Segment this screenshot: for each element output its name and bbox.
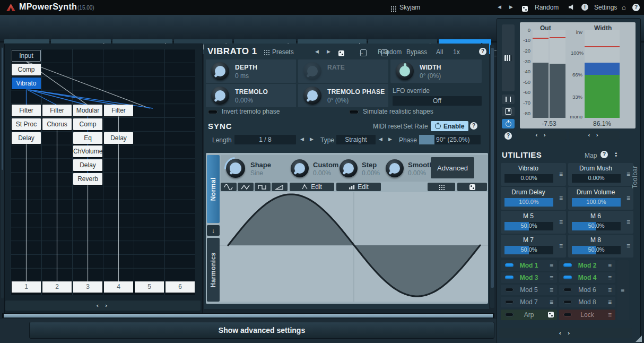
menu-icon[interactable]: ≡	[559, 242, 563, 250]
length-prev-button[interactable]: ◀	[300, 136, 304, 142]
tremolo-phase-knob[interactable]	[303, 87, 321, 105]
layout-button[interactable]	[502, 107, 515, 116]
next-button[interactable]: ▶	[327, 49, 330, 54]
slider-track[interactable]: 50.0%	[572, 222, 621, 230]
preset-grid-icon[interactable]	[390, 4, 396, 14]
alert-icon[interactable]: !	[581, 4, 588, 11]
shape-collapse-button[interactable]: ↓	[207, 225, 220, 236]
matrix-hscroll-button[interactable]: ‹ ›	[5, 301, 201, 311]
edit-envelope-button[interactable]: Edit	[290, 183, 334, 191]
output-slot-3[interactable]: 3	[73, 281, 102, 293]
random-button[interactable]: Random	[378, 48, 402, 56]
random-button[interactable]: Random	[535, 4, 559, 11]
slider-track[interactable]: 100.0%	[572, 198, 621, 207]
preset-name[interactable]: Skyjam	[399, 4, 420, 11]
lfo-override-dropdown[interactable]: Off	[393, 96, 482, 106]
node-stproc[interactable]: St Proc	[12, 118, 41, 130]
menu-icon[interactable]: ≡	[608, 262, 612, 269]
panel-vertical-scrollbar[interactable]	[490, 45, 494, 308]
scrollbar-thumb[interactable]	[4, 314, 493, 318]
menu-icon[interactable]: ≡	[608, 286, 612, 294]
tab-harmonics[interactable]: Harmonics	[207, 238, 220, 302]
simulate-shapes-label[interactable]: Simulate realistic shapes	[363, 108, 433, 115]
type-next-button[interactable]: ▶	[388, 136, 392, 142]
width-meter-scroll-button[interactable]: ‹ ›	[569, 131, 620, 140]
node-modular[interactable]: Modular	[73, 105, 102, 116]
paste-icon[interactable]	[360, 49, 367, 56]
mod-3-row[interactable]: Mod 3≡	[501, 272, 557, 283]
custom-knob[interactable]	[291, 159, 309, 177]
node-chorus[interactable]: Chorus	[42, 118, 72, 130]
arp-row[interactable]: Arp	[501, 310, 557, 320]
resize-handle[interactable]	[636, 336, 642, 342]
menu-icon[interactable]: ≡	[626, 218, 630, 226]
routing-matrix-grid[interactable]: Input Comp Vibrato Filter Filter Modular…	[11, 49, 195, 295]
dice-icon[interactable]	[338, 50, 344, 56]
dice-icon[interactable]	[522, 6, 528, 12]
type-value-box[interactable]: Straight	[336, 135, 376, 144]
node-comp[interactable]: Comp	[73, 118, 102, 130]
speaker-icon[interactable]	[569, 4, 575, 10]
settings-button[interactable]: Settings	[594, 4, 617, 11]
node-delay[interactable]: Delay	[73, 159, 102, 171]
edit-steps-button[interactable]: Edit	[336, 183, 381, 191]
multiplier-button[interactable]: 1x	[453, 48, 460, 56]
menu-icon[interactable]: ≡	[608, 311, 612, 319]
mod-2-row[interactable]: Mod 2≡	[559, 260, 615, 271]
mod-1-row[interactable]: Mod 1≡	[501, 260, 557, 271]
bypass-button[interactable]: Bypass	[406, 48, 427, 56]
menu-icon[interactable]: ≡	[550, 298, 553, 306]
node-eq[interactable]: Eq	[73, 132, 102, 144]
mod-6-row[interactable]: Mod 6≡	[559, 285, 615, 295]
menu-icon[interactable]: ≡	[608, 298, 612, 306]
node-delay[interactable]: Delay	[104, 132, 133, 144]
slider-track[interactable]: 50.0%	[572, 246, 621, 254]
collapse-icon[interactable]: ▲▼	[614, 151, 617, 157]
show-advanced-settings-button[interactable]: Show advanced settings	[29, 322, 494, 339]
menu-icon[interactable]: ≡	[559, 194, 563, 202]
scrollbar-thumb[interactable]	[491, 48, 494, 288]
node-delay[interactable]: Delay	[12, 132, 41, 144]
help-icon[interactable]: ?	[470, 122, 477, 130]
node-filter[interactable]: Filter	[104, 105, 133, 116]
advanced-button[interactable]: Advanced	[431, 157, 474, 178]
tab-normal[interactable]: Normal	[207, 155, 220, 223]
set-rate-button[interactable]: Set Rate	[403, 123, 428, 130]
menu-icon[interactable]: ≡	[550, 274, 553, 281]
node-filter[interactable]: Filter	[12, 105, 41, 116]
slider-track[interactable]: 0.00%	[572, 174, 621, 183]
length-value-box[interactable]: 1 / 8	[234, 135, 296, 144]
invert-tremolo-toggle[interactable]	[208, 110, 217, 114]
output-slot-6[interactable]: 6	[166, 281, 195, 293]
menu-icon[interactable]: ≡	[559, 218, 563, 226]
mod-5-row[interactable]: Mod 5≡	[501, 285, 557, 295]
next-preset-button[interactable]: ▶	[509, 4, 513, 10]
node-vibrato-selected[interactable]: Vibrato	[12, 78, 41, 89]
tremolo-knob[interactable]	[211, 87, 229, 105]
presets-grid-icon[interactable]	[264, 49, 269, 57]
menu-icon[interactable]: ≡	[559, 170, 563, 178]
all-button[interactable]: All	[436, 48, 443, 56]
shape-presets-button[interactable]	[428, 183, 455, 191]
phase-slider[interactable]: 90° (25.0%)	[419, 135, 481, 144]
type-prev-button[interactable]: ◀	[379, 136, 382, 142]
depth-knob[interactable]	[211, 62, 229, 80]
node-chvolume[interactable]: ChVolume	[73, 145, 102, 157]
prev-button[interactable]: ◀	[315, 49, 319, 54]
help-icon[interactable]: ?	[479, 48, 486, 55]
midi-reset-button[interactable]: MIDI reset	[373, 123, 402, 130]
node-input[interactable]: Input	[12, 50, 41, 62]
help-icon[interactable]: ?	[601, 151, 608, 158]
help-icon[interactable]: ?	[632, 4, 640, 11]
meter-help-button[interactable]: ?	[502, 131, 515, 141]
saw-shape-button[interactable]	[272, 183, 288, 191]
map-button[interactable]: Map	[585, 152, 597, 159]
home-icon[interactable]: ⌂	[622, 4, 626, 11]
shape-random-button[interactable]	[457, 183, 487, 191]
presets-button[interactable]: Presets	[272, 48, 294, 56]
sync-enable-button[interactable]: Enable	[431, 121, 468, 131]
slider-track[interactable]: 100.0%	[504, 198, 553, 207]
step-knob[interactable]	[340, 159, 358, 177]
out-meter-scroll-button[interactable]: ‹ ›	[517, 131, 567, 140]
dice-icon[interactable]	[548, 312, 554, 318]
